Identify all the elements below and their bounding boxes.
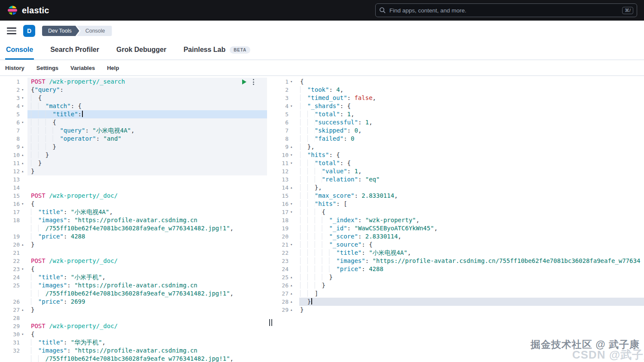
code-line[interactable]: 19 "price": 4288 xyxy=(0,232,267,241)
menu-item-history[interactable]: History xyxy=(5,65,24,71)
code-text[interactable]: POST /wzk-property/_search xyxy=(27,78,267,86)
code-line[interactable]: 24 "title": "小米手机", xyxy=(0,273,267,281)
code-text[interactable]: /755ff10be62f4e7081bc36028fa9eafe_w77634… xyxy=(27,224,267,232)
code-text[interactable]: { xyxy=(27,265,267,273)
breadcrumb-dev-tools[interactable]: Dev Tools xyxy=(42,26,79,36)
code-text[interactable]: "price": 4288 xyxy=(27,232,267,241)
code-text[interactable]: POST /wzk-property/_doc/ xyxy=(27,322,267,330)
code-text[interactable]: "query": "小米电视4A", xyxy=(27,127,267,135)
code-line[interactable]: 16▾{ xyxy=(0,200,267,208)
fold-close-icon[interactable]: ▴ xyxy=(289,306,299,314)
fold-open-icon[interactable]: ▾ xyxy=(20,86,27,94)
fold-close-icon[interactable]: ▴ xyxy=(20,143,27,151)
code-line[interactable]: 28 xyxy=(0,314,267,322)
code-line[interactable]: 8 "operator": "and" xyxy=(0,135,267,143)
code-line[interactable]: 27▴} xyxy=(0,306,267,314)
code-text[interactable]: "title": "华为手机", xyxy=(27,338,267,347)
code-line[interactable]: /755ff10be62f4e7081bc36028fa9eafe_w77634… xyxy=(0,224,267,232)
elastic-logo[interactable]: elastic xyxy=(7,5,49,16)
menu-item-help[interactable]: Help xyxy=(107,65,119,71)
fold-close-icon[interactable]: ▴ xyxy=(20,241,27,249)
code-line[interactable]: 21 xyxy=(0,249,267,257)
code-line[interactable]: 23▾{ xyxy=(0,265,267,273)
code-text[interactable]: POST /wzk-property/_doc/ xyxy=(27,192,267,200)
global-search-bar[interactable]: ⌘/ xyxy=(375,3,637,17)
fold-close-icon[interactable]: ▴ xyxy=(20,167,27,175)
code-text[interactable]: /755ff10be62f4e7081bc36028fa9eafe_w77634… xyxy=(27,290,267,298)
deployment-badge[interactable]: D xyxy=(23,25,35,37)
fold-close-icon[interactable]: ▴ xyxy=(289,143,299,151)
fold-close-icon[interactable]: ▴ xyxy=(20,159,27,167)
code-line[interactable]: 3▾ { xyxy=(0,94,267,102)
code-line[interactable]: 25 "images": "https://profile-avatar.csd… xyxy=(0,281,267,290)
fold-close-icon[interactable]: ▴ xyxy=(289,184,299,192)
fold-open-icon[interactable]: ▾ xyxy=(289,241,299,249)
fold-open-icon[interactable]: ▾ xyxy=(289,200,299,208)
code-text[interactable]: } xyxy=(27,306,267,314)
menu-item-settings[interactable]: Settings xyxy=(36,65,58,71)
send-request-play-icon[interactable] xyxy=(241,79,247,85)
code-text[interactable]: } xyxy=(27,167,267,175)
code-text[interactable]: "price": 2699 xyxy=(27,298,267,306)
code-text[interactable]: } xyxy=(27,159,267,167)
fold-open-icon[interactable]: ▾ xyxy=(20,102,27,110)
menu-hamburger-icon[interactable] xyxy=(7,27,16,34)
code-text[interactable]: } xyxy=(27,241,267,249)
code-text[interactable]: } xyxy=(27,143,267,151)
code-text[interactable]: "operator": "and" xyxy=(27,135,267,143)
code-line[interactable]: 29POST /wzk-property/_doc/ xyxy=(0,322,267,330)
request-options-kebab-icon[interactable] xyxy=(252,78,255,86)
pane-splitter[interactable] xyxy=(267,76,274,362)
code-text[interactable]: "images": "https://profile-avatar.csdnim… xyxy=(27,347,267,355)
search-input[interactable] xyxy=(389,7,619,14)
code-line[interactable]: 26 "price": 2699 xyxy=(0,298,267,306)
code-line[interactable]: /755ff10be62f4e7081bc36028fa9eafe_w77634… xyxy=(0,355,267,362)
fold-open-icon[interactable]: ▾ xyxy=(289,208,299,216)
splitter-handle-icon[interactable] xyxy=(269,319,272,326)
code-text[interactable]: { xyxy=(27,118,267,127)
fold-open-icon[interactable]: ▾ xyxy=(20,330,27,338)
tab-search-profiler[interactable]: Search Profiler xyxy=(49,41,100,60)
code-line[interactable]: 6▾ { xyxy=(0,118,267,127)
code-text[interactable]: { xyxy=(27,200,267,208)
code-line[interactable]: 7 "query": "小米电视4A", xyxy=(0,127,267,135)
fold-open-icon[interactable]: ▾ xyxy=(20,265,27,273)
fold-close-icon[interactable]: ▴ xyxy=(289,273,299,281)
code-line[interactable]: /755ff10be62f4e7081bc36028fa9eafe_w77634… xyxy=(0,290,267,298)
code-text[interactable] xyxy=(27,314,267,322)
fold-close-icon[interactable]: ▴ xyxy=(289,281,299,290)
code-line[interactable]: 22POST /wzk-property/_doc/ xyxy=(0,257,267,265)
fold-open-icon[interactable]: ▾ xyxy=(289,151,299,159)
fold-open-icon[interactable]: ▾ xyxy=(289,159,299,167)
code-text[interactable]: "title": "小米手机", xyxy=(27,273,267,281)
code-line[interactable]: 10▴ } xyxy=(0,151,267,159)
code-line[interactable]: 1POST /wzk-property/_search xyxy=(0,78,267,86)
code-text[interactable]: /755ff10be62f4e7081bc36028fa9eafe_w77634… xyxy=(27,355,267,362)
code-line[interactable]: 2▾{"query": xyxy=(0,86,267,94)
code-text[interactable]: "images": "https://profile-avatar.csdnim… xyxy=(27,216,267,224)
fold-open-icon[interactable]: ▾ xyxy=(20,94,27,102)
code-line[interactable]: 31 "title": "华为手机", xyxy=(0,338,267,347)
code-line[interactable]: 15POST /wzk-property/_doc/ xyxy=(0,192,267,200)
code-line[interactable]: 13 xyxy=(0,175,267,184)
code-line[interactable]: 18 "images": "https://profile-avatar.csd… xyxy=(0,216,267,224)
menu-item-variables[interactable]: Variables xyxy=(70,65,95,71)
code-text[interactable]: "images": "https://profile-avatar.csdnim… xyxy=(27,281,267,290)
fold-open-icon[interactable]: ▾ xyxy=(20,200,27,208)
code-text[interactable]: { xyxy=(27,330,267,338)
tab-grok-debugger[interactable]: Grok Debugger xyxy=(115,41,167,60)
code-line[interactable]: 4▾ "match": { xyxy=(0,102,267,110)
code-line[interactable]: 14 xyxy=(0,184,267,192)
fold-open-icon[interactable]: ▾ xyxy=(20,118,27,127)
fold-open-icon[interactable]: ▾ xyxy=(289,102,299,110)
code-line[interactable]: 12▴} xyxy=(0,167,267,175)
code-text[interactable]: } xyxy=(27,151,267,159)
tab-console[interactable]: Console xyxy=(5,41,34,60)
fold-close-icon[interactable]: ▴ xyxy=(20,306,27,314)
code-line[interactable]: 9▴ } xyxy=(0,143,267,151)
code-line[interactable]: 20▴} xyxy=(0,241,267,249)
code-line[interactable]: 17 "title": "小米电视4A", xyxy=(0,208,267,216)
tab-painless-lab[interactable]: Painless LabBETA xyxy=(182,41,251,60)
fold-close-icon[interactable]: ▴ xyxy=(20,151,27,159)
fold-close-icon[interactable]: ▴ xyxy=(289,298,299,306)
